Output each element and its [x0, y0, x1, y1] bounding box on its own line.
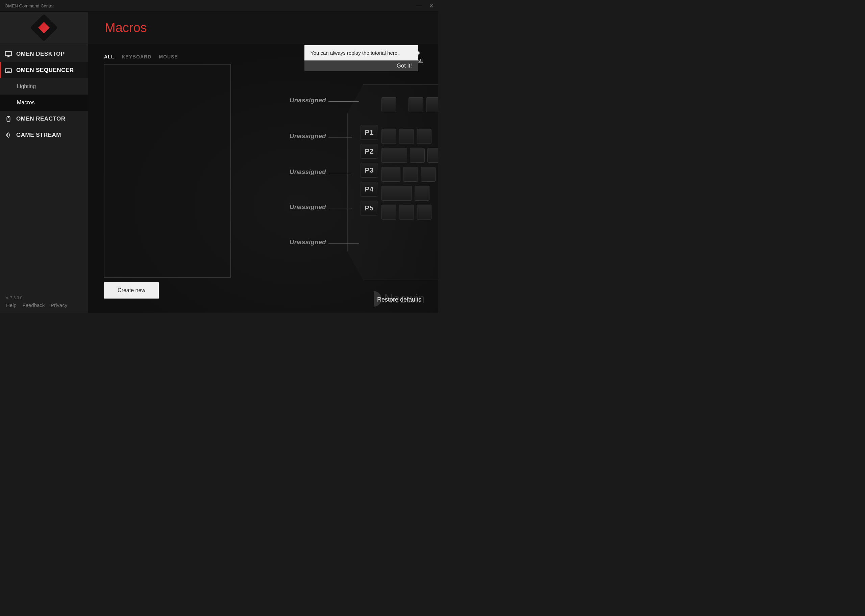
content-area: You can always replay the tutorial here.…	[88, 44, 438, 313]
stream-icon	[5, 131, 12, 139]
window-title: OMEN Command Center	[5, 3, 54, 8]
sidebar-item-label: OMEN REACTOR	[16, 115, 65, 122]
pkey-p4: P4	[360, 182, 378, 196]
create-new-button[interactable]: Create new	[104, 282, 159, 299]
sidebar-subitem-label: Lighting	[17, 83, 36, 90]
sidebar-item-label: OMEN DESKTOP	[16, 51, 65, 57]
window-controls: — ✕	[416, 3, 434, 9]
assign-label-4: Unassigned	[289, 203, 326, 211]
filter-tab-mouse[interactable]: MOUSE	[159, 54, 178, 60]
sidebar-footer: v. 7.3.3.0 Help Feedback Privacy	[0, 295, 88, 313]
sidebar-item-label: GAME STREAM	[16, 132, 61, 138]
logo-area	[0, 12, 88, 44]
svg-rect-1	[5, 69, 11, 72]
footer-link-feedback[interactable]: Feedback	[22, 302, 45, 308]
main-panel: Macros You can always replay the tutoria…	[88, 12, 438, 313]
keyboard-icon	[5, 66, 12, 74]
pkey-p2: P2	[360, 144, 378, 159]
macro-list	[104, 64, 231, 278]
assign-label-3: Unassigned	[289, 168, 326, 176]
sidebar-nav: OMEN DESKTOP OMEN SEQUENCER Lighting Mac…	[0, 44, 88, 143]
filter-tab-all[interactable]: ALL	[104, 54, 114, 60]
minimize-button[interactable]: —	[416, 3, 422, 9]
footer-link-help[interactable]: Help	[6, 302, 17, 308]
pkey-p1: P1	[360, 125, 378, 140]
close-button[interactable]: ✕	[429, 3, 434, 9]
sidebar-subitem-macros[interactable]: Macros	[0, 94, 88, 111]
assign-label-5: Unassigned	[289, 239, 326, 246]
keyboard-illustration: Unassigned Unassigned Unassigned Unassig…	[263, 85, 438, 294]
restore-defaults-button[interactable]: Restore defaults	[377, 296, 421, 303]
svg-rect-0	[5, 52, 11, 56]
sidebar: OMEN DESKTOP OMEN SEQUENCER Lighting Mac…	[0, 12, 88, 313]
tooltip-dismiss-button[interactable]: Got it!	[304, 60, 418, 71]
filter-tab-keyboard[interactable]: KEYBOARD	[122, 54, 151, 60]
assign-label-1: Unassigned	[289, 97, 326, 104]
assign-label-2: Unassigned	[289, 132, 326, 140]
footer-link-privacy[interactable]: Privacy	[51, 302, 67, 308]
omen-logo-icon	[30, 14, 58, 42]
main-header: Macros	[88, 12, 438, 44]
sidebar-subitem-label: Macros	[17, 100, 35, 106]
tutorial-tooltip: You can always replay the tutorial here.…	[304, 45, 418, 71]
titlebar: OMEN Command Center — ✕	[0, 0, 438, 12]
mouse-icon	[5, 115, 12, 123]
page-title: Macros	[105, 20, 147, 35]
pkey-p3: P3	[360, 163, 378, 178]
monitor-icon	[5, 50, 12, 58]
sidebar-item-label: OMEN SEQUENCER	[16, 67, 74, 74]
sidebar-item-reactor[interactable]: OMEN REACTOR	[0, 111, 88, 127]
sidebar-item-sequencer[interactable]: OMEN SEQUENCER	[0, 62, 88, 79]
tooltip-text: You can always replay the tutorial here.	[304, 45, 418, 60]
version-label: v. 7.3.3.0	[6, 295, 82, 300]
sidebar-item-desktop[interactable]: OMEN DESKTOP	[0, 46, 88, 62]
pkey-p5: P5	[360, 201, 378, 215]
sidebar-subitem-lighting[interactable]: Lighting	[0, 79, 88, 94]
sidebar-item-gamestream[interactable]: GAME STREAM	[0, 127, 88, 143]
